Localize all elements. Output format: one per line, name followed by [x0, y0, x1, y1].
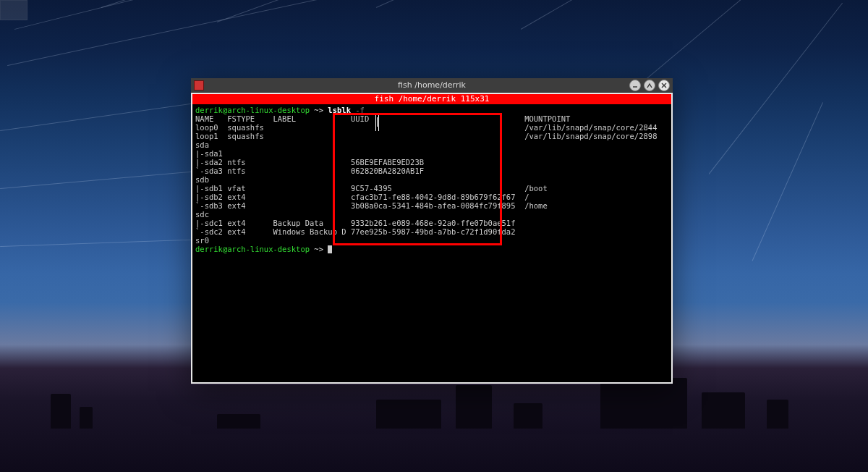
terminal-output[interactable]: derrik@arch-linux-desktop ~> lsblk -fNAM…	[192, 104, 671, 382]
lsblk-row: |-sda2 ntfs 56BE9EFABE9ED23B	[195, 158, 668, 167]
prompt-separator: ~>	[310, 106, 328, 114]
terminal-chrome: fish /home/derrik 115x31 derrik@arch-lin…	[191, 93, 673, 384]
prompt-line: derrik@arch-linux-desktop ~>	[195, 245, 668, 253]
lsblk-row: `-sda3 ntfs 062820BA2820AB1F	[195, 167, 668, 175]
terminal-app-icon	[194, 80, 204, 90]
prompt-command: lsblk	[328, 106, 351, 114]
lsblk-row: sdc	[195, 210, 668, 219]
lsblk-row: sda	[195, 140, 668, 149]
prompt-separator: ~>	[310, 245, 328, 253]
prompt-user-host: derrik@arch-linux-desktop	[195, 106, 310, 114]
lsblk-row: |-sdc1 ext4 Backup Data 9332b261-e089-46…	[195, 219, 668, 227]
window-titlebar[interactable]: fish /home/derrik	[191, 78, 673, 93]
lsblk-row: `-sdb3 ext4 3b08a0ca-5341-484b-afea-0084…	[195, 201, 668, 210]
terminal-cursor	[328, 245, 332, 253]
lsblk-row: loop1 squashfs /var/lib/snapd/snap/core/…	[195, 132, 668, 140]
activities-hot-corner[interactable]	[0, 0, 27, 20]
terminal-window: fish /home/derrik fish /home/derrik 115x…	[191, 78, 673, 385]
window-title: fish /home/derrik	[398, 80, 466, 90]
terminal-status-banner: fish /home/derrik 115x31	[192, 94, 671, 104]
maximize-button[interactable]	[644, 80, 655, 91]
text-cursor-icon	[377, 117, 378, 127]
prompt-user-host: derrik@arch-linux-desktop	[195, 245, 310, 253]
lsblk-row: sr0	[195, 236, 668, 245]
lsblk-row: |-sdb1 vfat 9C57-4395 /boot	[195, 184, 668, 193]
window-controls	[629, 80, 670, 91]
lsblk-header: NAME FSTYPE LABEL UUID MOUNTPOINT	[195, 114, 668, 123]
lsblk-row: sdb	[195, 175, 668, 184]
lsblk-row: loop0 squashfs /var/lib/snapd/snap/core/…	[195, 123, 668, 132]
close-button[interactable]	[658, 80, 670, 91]
prompt-command-args: -f	[351, 106, 365, 114]
lsblk-row: `-sdc2 ext4 Windows Backup D 77ee925b-59…	[195, 227, 668, 236]
lsblk-row: |-sda1	[195, 149, 668, 158]
prompt-line: derrik@arch-linux-desktop ~> lsblk -f	[195, 106, 668, 114]
lsblk-row: |-sdb2 ext4 cfac3b71-fe88-4042-9d8d-89b6…	[195, 193, 668, 201]
minimize-button[interactable]	[629, 80, 641, 91]
